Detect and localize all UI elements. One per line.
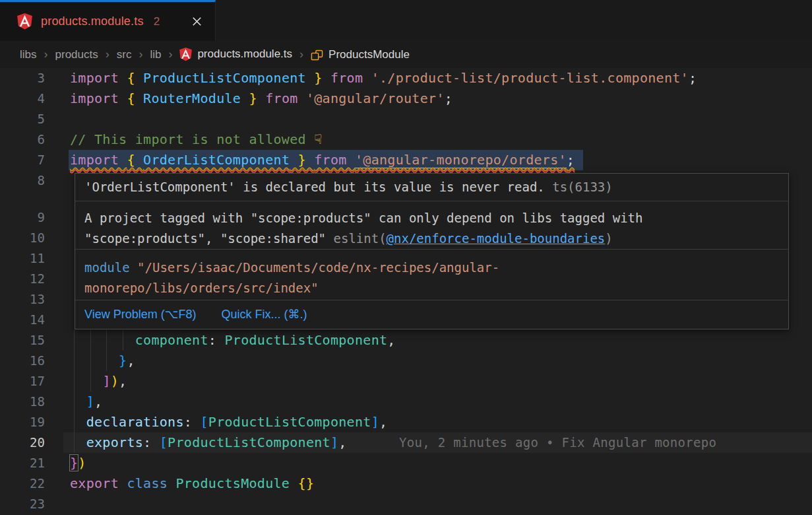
quick-fix-action[interactable]: Quick Fix... (⌘.)	[221, 300, 307, 329]
problem-hover-popup: 'OrderListComponent' is declared but its…	[75, 173, 789, 329]
code-line-22[interactable]: 22export class ProductsModule {}	[0, 473, 812, 494]
token	[70, 414, 86, 430]
breadcrumb-label: src	[117, 48, 132, 61]
token: }	[306, 70, 330, 86]
warning-squiggle: import { OrderListComponent } from '@ang…	[70, 152, 575, 168]
line-number[interactable]: 23	[0, 494, 45, 514]
line-number[interactable]: 9	[0, 207, 45, 228]
line-number[interactable]: 19	[0, 412, 45, 432]
token: ]	[371, 414, 379, 430]
breadcrumb-item-src[interactable]: src	[117, 48, 132, 61]
token: ]	[330, 434, 338, 450]
breadcrumb-item-products[interactable]: products	[55, 48, 98, 61]
line-number[interactable]: 7	[0, 150, 45, 170]
problems-count-badge: 2	[154, 15, 160, 28]
popup-text: "/Users/isaac/Documents/code/nx-recipes/…	[137, 260, 499, 275]
token: ProductListComponent	[168, 434, 330, 450]
code-line-18[interactable]: 18 ],	[0, 392, 812, 412]
popup-section-ts-error: 'OrderListComponent' is declared but its…	[75, 174, 788, 201]
code-line-20[interactable]: 20 exports: [ProductListComponent],You, …	[0, 432, 812, 453]
code-text: exports: [ProductListComponent],	[70, 432, 347, 453]
line-number[interactable]: 13	[0, 289, 45, 310]
code-line-15[interactable]: 15 component: ProductListComponent,	[0, 330, 812, 351]
breadcrumb-item-lib[interactable]: lib	[150, 48, 161, 61]
breadcrumb-item-products-module-ts[interactable]: products.module.ts	[179, 48, 292, 61]
line-number[interactable]: 16	[0, 351, 45, 371]
token: ,	[387, 332, 395, 348]
popup-section-module-path: module "/Users/isaac/Documents/code/nx-r…	[75, 249, 788, 300]
line-number[interactable]: 3	[0, 68, 45, 88]
line-number[interactable]: 8	[0, 170, 45, 191]
line-number[interactable]: 15	[0, 330, 45, 351]
line-number[interactable]: 4	[0, 88, 45, 109]
line-number[interactable]: 5	[0, 109, 45, 129]
line-number[interactable]: 11	[0, 248, 45, 269]
code-line-7[interactable]: 7import { OrderListComponent } from '@an…	[0, 150, 812, 170]
token: [	[160, 434, 168, 450]
popup-text-line: monorepo/libs/orders/src/index"	[84, 278, 779, 298]
chevron-right-icon: ›	[139, 48, 142, 61]
code-line-23[interactable]: 23	[0, 494, 812, 514]
code-line-3[interactable]: 3import { ProductListComponent } from '.…	[0, 68, 812, 88]
breadcrumb-label: products	[55, 48, 98, 61]
code-line-4[interactable]: 4import { RouterModule } from '@angular/…	[0, 88, 812, 109]
token	[70, 434, 86, 450]
token: import	[70, 70, 127, 86]
code-line-16[interactable]: 16 },	[0, 351, 812, 371]
token	[70, 353, 119, 368]
line-number[interactable]: 12	[0, 269, 45, 289]
token: '@angular-monorepo/orders'	[355, 152, 567, 168]
token: :	[208, 332, 225, 348]
git-blame-annotation: You, 2 minutes ago • Fix Angular monorep…	[399, 432, 716, 453]
token: ;	[567, 152, 575, 168]
token: :	[143, 434, 160, 450]
token	[70, 394, 86, 409]
code-text: export class ProductsModule {}	[70, 473, 314, 494]
line-number[interactable]: 22	[0, 473, 45, 494]
token: declarations	[86, 414, 184, 430]
chevron-right-icon: ›	[168, 48, 172, 61]
popup-text: 'OrderListComponent' is declared but its…	[84, 180, 545, 194]
code-line-17[interactable]: 17 ]),	[0, 371, 812, 392]
code-line-6[interactable]: 6// This import is not allowed ☟	[0, 129, 812, 150]
token: {	[127, 70, 143, 86]
code-text: declarations: [ProductListComponent],	[70, 412, 387, 432]
breadcrumb-item-libs[interactable]: libs	[20, 48, 37, 61]
code-line-19[interactable]: 19 declarations: [ProductListComponent],	[0, 412, 812, 432]
token: RouterModule	[143, 90, 241, 106]
line-number[interactable]: 14	[0, 310, 45, 330]
code-text: },	[70, 351, 135, 371]
eslint-rule-link[interactable]: @nx/enforce-module-boundaries	[387, 231, 606, 246]
chevron-right-icon: ›	[106, 48, 109, 61]
token: from	[330, 70, 371, 86]
view-problem-action[interactable]: View Problem (⌥F8)	[84, 300, 196, 329]
token: {	[127, 90, 143, 106]
code-editor: 3import { ProductListComponent } from '.…	[0, 68, 812, 515]
token: // This import is not allowed	[70, 131, 314, 147]
line-number[interactable]: 6	[0, 129, 45, 150]
popup-text: ts(6133)	[545, 180, 613, 194]
popup-text: "scope:products", "scope:shared"	[84, 231, 334, 246]
close-icon[interactable]	[189, 14, 204, 30]
line-number[interactable]: 21	[0, 453, 45, 473]
code-line-5[interactable]: 5	[0, 109, 812, 129]
code-line-21[interactable]: 21})	[0, 453, 812, 473]
popup-text-line: module "/Users/isaac/Documents/code/nx-r…	[84, 258, 779, 278]
line-number[interactable]: 20	[0, 432, 45, 453]
breadcrumb-item-productsmodule[interactable]: ProductsModule	[311, 48, 410, 61]
line-number[interactable]: 17	[0, 371, 45, 392]
breadcrumb-label: products.module.ts	[197, 48, 292, 61]
line-number[interactable]: 10	[0, 228, 45, 248]
token: ,	[338, 434, 346, 450]
token: )	[78, 455, 86, 471]
chevron-right-icon: ›	[44, 48, 48, 61]
popup-text: monorepo/libs/orders/src/index"	[84, 281, 319, 295]
code-text: import { OrderListComponent } from '@ang…	[70, 150, 575, 170]
line-number[interactable]: 18	[0, 392, 45, 412]
tab-products-module[interactable]: products.module.ts 2	[0, 0, 216, 41]
popup-action-bar: View Problem (⌥F8)Quick Fix... (⌘.)	[75, 300, 788, 329]
token: from	[265, 90, 306, 106]
error-squiggle: import { OrderListComponent } from '@ang…	[70, 152, 575, 168]
token: ProductListComponent	[225, 332, 388, 348]
token	[70, 332, 135, 348]
